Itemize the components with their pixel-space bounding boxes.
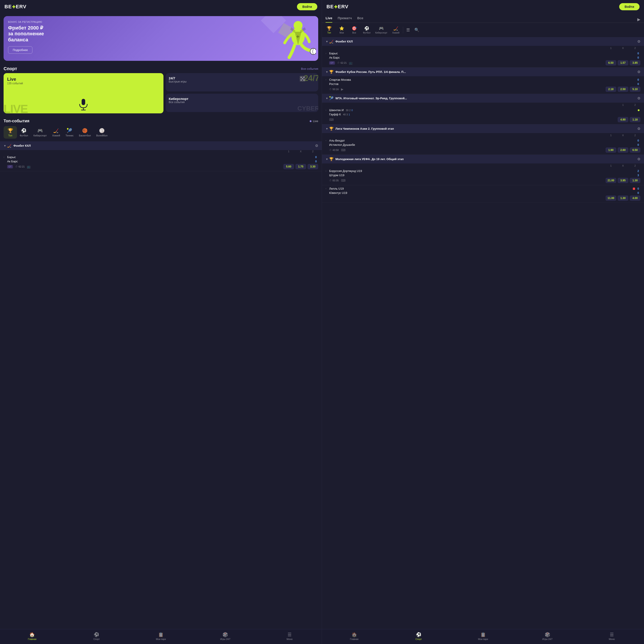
right-nav-games247[interactable]: 🎲 Игры 24/7	[515, 631, 580, 641]
right-odds-1-asia: 1	[606, 134, 616, 137]
card-247[interactable]: 24/7 Быстрые игры 24/7	[166, 73, 318, 91]
filter-tennis[interactable]: 🎾 Теннис	[63, 126, 76, 139]
svg-point-10	[302, 78, 303, 79]
right-odd-1-asia[interactable]: 1.90	[606, 147, 616, 153]
right-asia-league-icon: 🏆	[329, 127, 334, 131]
right-filter-cyber[interactable]: 🎮 Киберспорт	[373, 25, 390, 35]
right-match-row-spartak: › Спартак Москва 0	[326, 78, 640, 81]
right-odds-x-uefa: X	[618, 164, 628, 167]
right-league-left-uefa: 🏆 Молодежная лига УЕФА. До 19 лет. Общий…	[329, 157, 637, 161]
right-settings-wta-icon[interactable]: ⚙	[637, 96, 640, 100]
right-expand-spartak[interactable]: ›	[326, 78, 329, 81]
right-odd-x-khl[interactable]: 1.57	[618, 60, 628, 66]
nav-menu[interactable]: ☰ Меню	[257, 631, 322, 641]
tab-prematch[interactable]: Прематч	[338, 16, 352, 23]
right-odd-1-cup[interactable]: 2.18	[606, 87, 616, 92]
expand-icon[interactable]: ›	[4, 156, 7, 158]
right-settings-asia-icon[interactable]: ⚙	[637, 127, 640, 131]
right-settings-khl-icon[interactable]: ⚙	[637, 39, 640, 44]
right-nav-home[interactable]: 🏠 Главная	[322, 631, 386, 641]
right-sport-filter: 🏆 Топ ⭐ Мои 🎯 Все ⚽ Футбол 🎮 Киберспорт …	[322, 23, 644, 37]
right-odds-header-asia: 1 X 2	[322, 133, 644, 137]
broadcast-icon[interactable]: ▶	[637, 17, 640, 22]
filter-hockey[interactable]: 🏒 Хоккей	[49, 126, 63, 139]
card-cyber[interactable]: Киберспорт Все события CYBER	[166, 94, 318, 112]
right-odd-1-wta[interactable]: 4.90	[618, 117, 628, 122]
right-login-button[interactable]: Войти	[619, 3, 640, 10]
right-team-wehdat: Аль-Вехдат	[329, 139, 636, 142]
tab-live[interactable]: Live	[326, 16, 332, 23]
odds-label-2: 2	[307, 150, 318, 153]
banner-more-button[interactable]: Подробнее	[8, 46, 32, 54]
right-nav-sport[interactable]: ⚽ Спорт	[386, 631, 451, 641]
left-banner: БОНУС ЗА РЕГИСТРАЦИЮ Фрибет 2000 ₽за поп…	[4, 16, 318, 61]
player-svg: +	[280, 18, 316, 61]
right-league-khl[interactable]: ▼ 🏒 Фонбет КХЛ ⚙	[322, 37, 644, 46]
right-odd-2-wta[interactable]: 1.18	[630, 117, 640, 122]
right-league-uefa[interactable]: ▼ 🏆 Молодежная лига УЕФА. До 19 лет. Общ…	[322, 155, 644, 163]
right-odd-x-cup[interactable]: 2.50	[618, 87, 628, 92]
filter-top[interactable]: 🏆 Топ	[4, 126, 17, 139]
left-login-button[interactable]: Войти	[297, 3, 317, 10]
right-expand-dortmund[interactable]: ›	[326, 170, 329, 172]
right-settings-uefa-icon[interactable]: ⚙	[637, 157, 640, 161]
odd-x-button[interactable]: 1.75	[295, 164, 306, 169]
right-league-wta[interactable]: ▼ 🎾 WTA. Итоговый чемпионат. Эр-Рияд. Гр…	[322, 94, 644, 103]
right-expand-khl[interactable]: ›	[326, 52, 329, 55]
right-nav-bets[interactable]: 📋 Мои пари	[451, 631, 515, 641]
filter-football[interactable]: ⚽ Футбол	[17, 126, 31, 139]
filter-menu-icon[interactable]: ☰	[404, 26, 412, 34]
nav-home[interactable]: 🏠 Главная	[0, 631, 64, 641]
left-league-header-khl[interactable]: ▼ 🏒 Фонбет КХЛ ⚙	[0, 141, 322, 150]
right-settings-cup-icon[interactable]: ⚙	[637, 70, 640, 74]
nav-sport[interactable]: ⚽ Спорт	[64, 631, 129, 641]
nav-bets[interactable]: 📋 Мои пари	[129, 631, 193, 641]
right-odd-1-dortmund[interactable]: 21.00	[606, 178, 616, 183]
filter-hockey-label: Хоккей	[52, 134, 60, 137]
right-odd-2-asia[interactable]: 6.50	[630, 147, 640, 153]
right-match-dortmund: › Боруссия Дортмунд U19 2 Штурм U19 3 ⏱ …	[322, 167, 644, 185]
right-odd-x-asia[interactable]: 2.60	[618, 147, 628, 153]
right-expand-wta[interactable]: ›	[326, 109, 329, 111]
right-expand-asia[interactable]: ›	[326, 139, 329, 142]
right-time-value-dortmund: 83:35	[333, 179, 339, 182]
right-league-cup[interactable]: ▼ 🏆 Фонбет Кубок России. Путь РПЛ. 1/4 ф…	[322, 68, 644, 76]
right-odd-2-cup[interactable]: 5.10	[630, 87, 640, 92]
right-filter-football[interactable]: ⚽ Футбол	[360, 25, 373, 35]
right-league-asia[interactable]: ▼ 🏆 Лига Чемпионов Азии 2. Групповой эта…	[322, 124, 644, 133]
chevron-down-icon: ▼	[4, 144, 6, 147]
filter-basketball-label: Баскетбол	[79, 134, 91, 137]
tab-all[interactable]: Все	[357, 16, 363, 23]
right-match-row-svitolina: › Швентек И 30 2 0	[326, 108, 640, 112]
odd-1-button[interactable]: 5.60	[283, 164, 294, 169]
top-events-header: Топ-события Live	[0, 116, 322, 125]
right-filter-hockey[interactable]: 🏒 Хоккей	[390, 25, 402, 35]
odd-2-button[interactable]: 3.30	[307, 164, 318, 169]
right-filter-top[interactable]: 🏆 Топ	[323, 25, 335, 35]
settings-icon[interactable]: ⚙	[315, 144, 318, 148]
right-odd-2-lille[interactable]: 4.00	[630, 195, 640, 201]
nav-sport-label: Спорт	[93, 638, 100, 640]
right-nav-menu-label: Меню	[609, 638, 615, 640]
left-odds-header: 1 X 2	[0, 150, 322, 154]
right-odd-x-lille[interactable]: 1.30	[618, 195, 628, 201]
right-odd-1-lille[interactable]: 11.00	[606, 195, 616, 201]
right-odd-x-dortmund[interactable]: 3.95	[618, 178, 628, 183]
filter-football-label: Футбол	[20, 134, 28, 137]
filter-basketball[interactable]: 🏀 Баскетбол	[76, 126, 93, 139]
live-sport-card[interactable]: Live 135 событий LIVE	[4, 73, 163, 113]
right-odd-2-khl[interactable]: 3.85	[630, 60, 640, 66]
filter-cyber[interactable]: 🎮 Киберспорт	[31, 126, 49, 139]
filter-volleyball[interactable]: 🏐 Волейбол	[93, 126, 110, 139]
nav-games247[interactable]: 🎲 Игры 24/7	[193, 631, 257, 641]
right-odds-header-wta: 1 2	[322, 103, 644, 107]
right-filter-all[interactable]: 🎯 Все	[348, 25, 360, 35]
search-icon[interactable]: 🔍	[412, 26, 422, 34]
right-odd-1-khl[interactable]: 6.50	[606, 60, 616, 66]
right-nav-menu[interactable]: ☰ Меню	[580, 631, 644, 641]
right-filter-mine[interactable]: ⭐ Мои	[335, 25, 348, 35]
right-expand-lille[interactable]: ›	[326, 187, 329, 190]
live-tabs: Live Прематч Все ▶	[322, 13, 644, 23]
all-events-link[interactable]: Все события	[301, 67, 318, 70]
right-odd-2-dortmund[interactable]: 1.30	[630, 178, 640, 183]
